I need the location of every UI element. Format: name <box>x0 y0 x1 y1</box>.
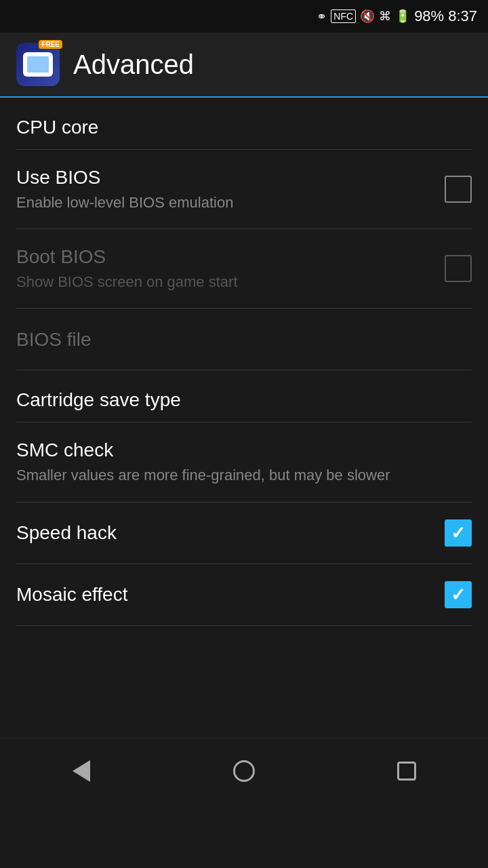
bottom-nav <box>0 738 488 803</box>
app-icon-inner <box>23 52 53 77</box>
section-header-cpu-core: CPU core <box>0 98 488 149</box>
setting-use-bios-title: Use BIOS <box>16 166 431 189</box>
setting-bios-file-content: BIOS file <box>16 328 472 351</box>
section-header-cartridge: Cartridge save type <box>0 370 488 422</box>
setting-mosaic-effect-title: Mosaic effect <box>16 583 431 606</box>
page-title: Advanced <box>73 50 194 80</box>
setting-smc-check[interactable]: SMC check Smaller values are more fine-g… <box>0 422 488 501</box>
home-icon <box>233 760 255 782</box>
back-button[interactable] <box>54 751 108 791</box>
use-bios-checkbox[interactable] <box>445 176 472 203</box>
app-icon: FREE <box>16 43 60 86</box>
setting-speed-hack[interactable]: Speed hack <box>0 502 488 564</box>
setting-boot-bios-subtitle: Show BIOS screen on game start <box>16 273 431 292</box>
setting-smc-check-subtitle: Smaller values are more fine-grained, bu… <box>16 466 458 486</box>
speed-hack-checkbox[interactable] <box>445 519 472 547</box>
recents-button[interactable] <box>380 751 434 791</box>
home-button[interactable] <box>217 751 271 791</box>
setting-use-bios[interactable]: Use BIOS Enable low-level BIOS emulation <box>0 150 488 229</box>
recents-icon <box>397 762 416 781</box>
setting-boot-bios[interactable]: Boot BIOS Show BIOS screen on game start <box>0 229 488 308</box>
setting-use-bios-content: Use BIOS Enable low-level BIOS emulation <box>16 166 445 212</box>
mosaic-effect-checkbox[interactable] <box>445 581 472 608</box>
nfc-icon: NFC <box>331 9 356 23</box>
app-icon-screen <box>27 56 49 73</box>
setting-speed-hack-content: Speed hack <box>16 521 445 545</box>
status-icons: ⚭ NFC 🔇 ⌘ 🔋 98% 8:37 <box>317 7 477 25</box>
battery-icon: 🔋 <box>395 9 410 24</box>
setting-boot-bios-content: Boot BIOS Show BIOS screen on game start <box>16 245 445 292</box>
setting-bios-file[interactable]: BIOS file <box>0 309 488 370</box>
wifi-icon: ⌘ <box>379 9 391 24</box>
setting-use-bios-subtitle: Enable low-level BIOS emulation <box>16 193 431 213</box>
setting-smc-check-title: SMC check <box>16 439 458 462</box>
setting-mosaic-effect-content: Mosaic effect <box>16 583 445 606</box>
free-badge: FREE <box>39 40 62 49</box>
clock: 8:37 <box>448 7 477 25</box>
battery-percentage: 98% <box>414 7 444 25</box>
main-content: FREE Advanced CPU core Use BIOS Enable l… <box>0 33 488 803</box>
mute-icon: 🔇 <box>360 9 375 24</box>
bluetooth-icon: ⚭ <box>317 9 327 24</box>
setting-smc-check-content: SMC check Smaller values are more fine-g… <box>16 439 472 485</box>
setting-bios-file-title: BIOS file <box>16 328 458 351</box>
back-icon <box>73 760 90 782</box>
app-bar: FREE Advanced <box>0 33 488 98</box>
setting-speed-hack-title: Speed hack <box>16 521 431 545</box>
settings-list: CPU core Use BIOS Enable low-level BIOS … <box>0 98 488 738</box>
setting-mosaic-effect[interactable]: Mosaic effect <box>0 564 488 625</box>
boot-bios-checkbox[interactable] <box>445 255 472 282</box>
divider-8 <box>16 625 472 626</box>
setting-boot-bios-title: Boot BIOS <box>16 245 431 269</box>
status-bar: ⚭ NFC 🔇 ⌘ 🔋 98% 8:37 <box>0 0 488 33</box>
